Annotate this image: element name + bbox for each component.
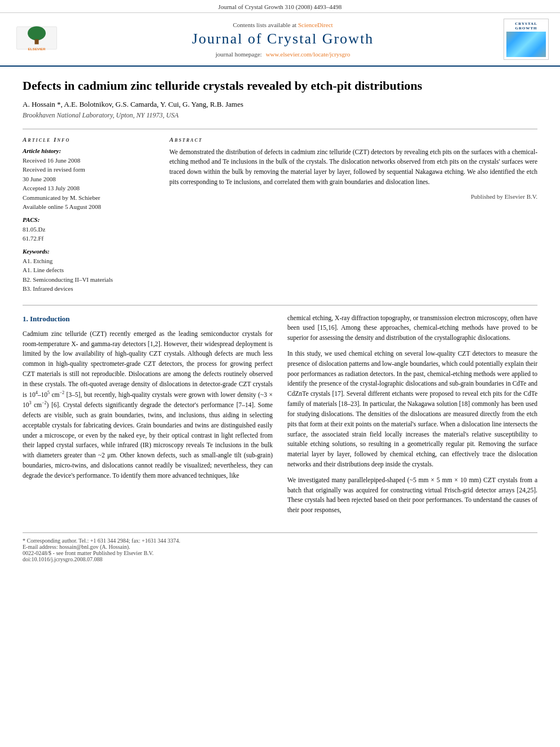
received-revised-label: Received in revised form	[23, 165, 152, 174]
keyword-2: A1. Line defects	[23, 265, 152, 275]
crystal-growth-logo: CRYSTALGROWTH	[504, 19, 549, 60]
pacs2: 61.72.Ff	[23, 234, 152, 243]
elsevier-logo-svg: ELSEVIER	[14, 24, 59, 55]
footer-notes: * Corresponding author. Tel.: +1 631 344…	[23, 532, 537, 562]
keywords-heading: Keywords:	[23, 248, 152, 255]
authors: A. Hossain *, A.E. Bolotnikov, G.S. Cama…	[23, 100, 537, 109]
svg-text:ELSEVIER: ELSEVIER	[28, 47, 46, 51]
svg-rect-2	[34, 40, 38, 45]
article-history-heading: Article history:	[23, 147, 152, 154]
elsevier-logo: ELSEVIER	[11, 24, 62, 55]
body-columns: 1. Introduction Cadmium zinc telluride (…	[23, 305, 537, 521]
top-reference-bar: Journal of Crystal Growth 310 (2008) 449…	[0, 0, 560, 13]
article-info-heading: Article Info	[23, 136, 152, 143]
received-date: Received 16 June 2008	[23, 156, 152, 165]
article-title: Defects in cadmium zinc telluride crysta…	[23, 78, 537, 94]
footer-note-4: doi:10.1016/j.jcrysgro.2008.07.088	[23, 556, 537, 562]
abstract-column: Abstract We demonstrated the distributio…	[169, 136, 537, 294]
accepted-date: Accepted 13 July 2008	[23, 184, 152, 193]
body-left-column: 1. Introduction Cadmium zinc telluride (…	[23, 313, 273, 521]
section1-heading: 1. Introduction	[23, 313, 273, 325]
available-online: Available online 5 August 2008	[23, 202, 152, 212]
body-right-text-2: In this study, we used chemical etching …	[287, 349, 537, 470]
body-right-text-3: We investigated many parallelepiped-shap…	[287, 475, 537, 516]
pacs-heading: PACS:	[23, 216, 152, 223]
affiliation: Brookhaven National Laboratory, Upton, N…	[23, 111, 537, 120]
article-meta-row: Article Info Article history: Received 1…	[23, 129, 537, 294]
body-right-column: chemical etching, X-ray diffraction topo…	[287, 313, 537, 521]
pacs1: 81.05.Dz	[23, 225, 152, 234]
crystal-logo-text: CRYSTALGROWTH	[515, 21, 537, 30]
svg-point-1	[28, 26, 46, 40]
keyword-4: B3. Infrared devices	[23, 284, 152, 294]
sciencedirect-link[interactable]: ScienceDirect	[298, 21, 333, 28]
footer-note-2: E-mail address: hossain@bnl.gov (A. Hoss…	[23, 544, 537, 550]
abstract-heading: Abstract	[169, 136, 537, 143]
footer-note-1: * Corresponding author. Tel.: +1 631 344…	[23, 538, 537, 544]
received-revised-date: 30 June 2008	[23, 174, 152, 184]
footer-note-3: 0022-0248/$ - see front matter Published…	[23, 550, 537, 556]
body-right-text-1: chemical etching, X-ray diffraction topo…	[287, 313, 537, 343]
main-content: Defects in cadmium zinc telluride crysta…	[0, 67, 560, 574]
keyword-1: A1. Etching	[23, 256, 152, 266]
journal-header: ELSEVIER Contents lists available at Sci…	[0, 13, 560, 67]
article-info-column: Article Info Article history: Received 1…	[23, 136, 152, 294]
header-center: Contents lists available at ScienceDirec…	[68, 21, 498, 58]
homepage-link[interactable]: www.elsevier.com/locate/jcrysgro	[266, 51, 351, 58]
keyword-3: B2. Semiconducting II–VI materials	[23, 275, 152, 285]
abstract-text: We demonstrated the distribution of defe…	[169, 147, 537, 187]
body-left-text: Cadmium zinc telluride (CZT) recently em…	[23, 329, 273, 481]
homepage-line: journal homepage: www.elsevier.com/locat…	[68, 51, 498, 58]
journal-title-header: Journal of Crystal Growth	[68, 30, 498, 47]
crystal-logo-image	[506, 32, 546, 57]
published-by: Published by Elsevier B.V.	[169, 193, 537, 200]
communicated: Communicated by M. Schieber	[23, 193, 152, 203]
sciencedirect-line: Contents lists available at ScienceDirec…	[68, 21, 498, 28]
journal-reference: Journal of Crystal Growth 310 (2008) 449…	[218, 3, 342, 10]
